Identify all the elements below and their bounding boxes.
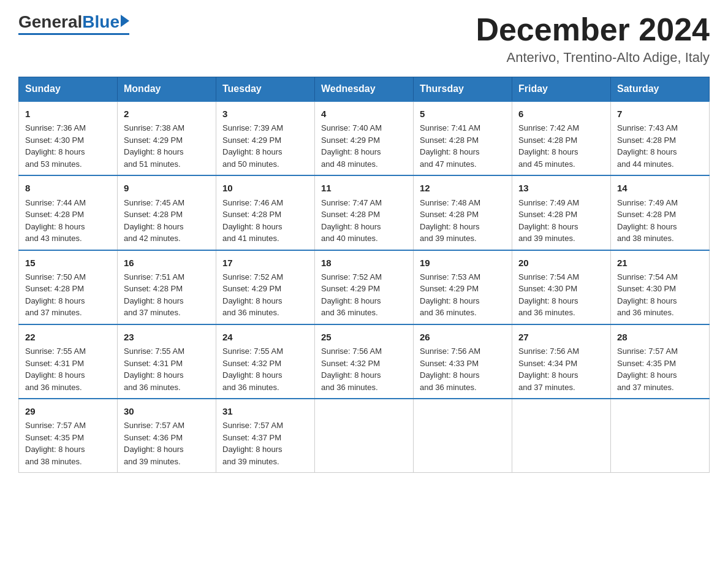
- calendar-day-cell: [611, 399, 710, 473]
- day-number: 24: [222, 330, 308, 344]
- calendar-day-cell: 7Sunrise: 7:43 AMSunset: 4:28 PMDaylight…: [611, 101, 710, 175]
- day-info: Sunrise: 7:42 AMSunset: 4:28 PMDaylight:…: [518, 122, 604, 170]
- calendar-day-cell: 8Sunrise: 7:44 AMSunset: 4:28 PMDaylight…: [19, 175, 118, 250]
- day-number: 16: [124, 256, 210, 270]
- day-number: 8: [25, 181, 111, 195]
- calendar-day-cell: 3Sunrise: 7:39 AMSunset: 4:29 PMDaylight…: [216, 101, 315, 175]
- calendar-day-cell: 6Sunrise: 7:42 AMSunset: 4:28 PMDaylight…: [512, 101, 611, 175]
- day-info: Sunrise: 7:50 AMSunset: 4:28 PMDaylight:…: [25, 271, 111, 319]
- calendar-day-cell: 31Sunrise: 7:57 AMSunset: 4:37 PMDayligh…: [216, 399, 315, 473]
- day-info: Sunrise: 7:38 AMSunset: 4:29 PMDaylight:…: [124, 122, 210, 170]
- calendar-week-row: 29Sunrise: 7:57 AMSunset: 4:35 PMDayligh…: [19, 399, 710, 473]
- calendar-week-row: 15Sunrise: 7:50 AMSunset: 4:28 PMDayligh…: [19, 250, 710, 324]
- day-number: 17: [222, 256, 308, 270]
- day-info: Sunrise: 7:40 AMSunset: 4:29 PMDaylight:…: [321, 122, 407, 170]
- calendar-week-row: 22Sunrise: 7:55 AMSunset: 4:31 PMDayligh…: [19, 324, 710, 399]
- calendar-day-cell: 20Sunrise: 7:54 AMSunset: 4:30 PMDayligh…: [512, 250, 611, 324]
- day-info: Sunrise: 7:43 AMSunset: 4:28 PMDaylight:…: [617, 122, 703, 170]
- day-number: 10: [222, 181, 308, 195]
- logo: General Blue: [18, 12, 129, 35]
- calendar-day-cell: 15Sunrise: 7:50 AMSunset: 4:28 PMDayligh…: [19, 250, 118, 324]
- day-number: 31: [222, 404, 308, 418]
- day-info: Sunrise: 7:49 AMSunset: 4:28 PMDaylight:…: [617, 197, 703, 245]
- day-number: 29: [25, 404, 111, 418]
- day-info: Sunrise: 7:47 AMSunset: 4:28 PMDaylight:…: [321, 197, 407, 245]
- day-info: Sunrise: 7:53 AMSunset: 4:29 PMDaylight:…: [420, 271, 506, 319]
- day-number: 6: [518, 107, 604, 121]
- day-number: 30: [124, 404, 210, 418]
- col-thursday: Thursday: [414, 77, 512, 102]
- day-number: 19: [420, 256, 506, 270]
- day-number: 7: [617, 107, 703, 121]
- logo-triangle-icon: [121, 15, 129, 27]
- logo-blue-text: Blue: [82, 12, 119, 32]
- day-info: Sunrise: 7:41 AMSunset: 4:28 PMDaylight:…: [420, 122, 506, 170]
- day-info: Sunrise: 7:54 AMSunset: 4:30 PMDaylight:…: [518, 271, 604, 319]
- day-info: Sunrise: 7:52 AMSunset: 4:29 PMDaylight:…: [222, 271, 308, 319]
- calendar-week-row: 8Sunrise: 7:44 AMSunset: 4:28 PMDaylight…: [19, 175, 710, 250]
- calendar-day-cell: 19Sunrise: 7:53 AMSunset: 4:29 PMDayligh…: [414, 250, 512, 324]
- day-info: Sunrise: 7:44 AMSunset: 4:28 PMDaylight:…: [25, 197, 111, 245]
- day-info: Sunrise: 7:55 AMSunset: 4:31 PMDaylight:…: [124, 345, 210, 393]
- day-info: Sunrise: 7:39 AMSunset: 4:29 PMDaylight:…: [222, 122, 308, 170]
- col-wednesday: Wednesday: [315, 77, 414, 102]
- day-info: Sunrise: 7:56 AMSunset: 4:32 PMDaylight:…: [321, 345, 407, 393]
- logo-underline: [18, 33, 129, 35]
- day-number: 21: [617, 256, 703, 270]
- calendar-day-cell: 24Sunrise: 7:55 AMSunset: 4:32 PMDayligh…: [216, 324, 315, 399]
- calendar-day-cell: 12Sunrise: 7:48 AMSunset: 4:28 PMDayligh…: [414, 175, 512, 250]
- calendar-day-cell: 27Sunrise: 7:56 AMSunset: 4:34 PMDayligh…: [512, 324, 611, 399]
- calendar-day-cell: 26Sunrise: 7:56 AMSunset: 4:33 PMDayligh…: [414, 324, 512, 399]
- col-monday: Monday: [118, 77, 216, 102]
- day-info: Sunrise: 7:49 AMSunset: 4:28 PMDaylight:…: [518, 197, 604, 245]
- day-number: 14: [617, 181, 703, 195]
- calendar-day-cell: 5Sunrise: 7:41 AMSunset: 4:28 PMDaylight…: [414, 101, 512, 175]
- day-info: Sunrise: 7:57 AMSunset: 4:36 PMDaylight:…: [124, 419, 210, 467]
- day-number: 2: [124, 107, 210, 121]
- calendar-day-cell: 11Sunrise: 7:47 AMSunset: 4:28 PMDayligh…: [315, 175, 414, 250]
- calendar-day-cell: [414, 399, 512, 473]
- calendar-day-cell: 18Sunrise: 7:52 AMSunset: 4:29 PMDayligh…: [315, 250, 414, 324]
- day-number: 5: [420, 107, 506, 121]
- day-number: 20: [518, 256, 604, 270]
- day-number: 12: [420, 181, 506, 195]
- day-info: Sunrise: 7:51 AMSunset: 4:28 PMDaylight:…: [124, 271, 210, 319]
- calendar-week-row: 1Sunrise: 7:36 AMSunset: 4:30 PMDaylight…: [19, 101, 710, 175]
- day-number: 11: [321, 181, 407, 195]
- calendar-day-cell: 16Sunrise: 7:51 AMSunset: 4:28 PMDayligh…: [118, 250, 216, 324]
- day-number: 18: [321, 256, 407, 270]
- day-number: 28: [617, 330, 703, 344]
- calendar-day-cell: 1Sunrise: 7:36 AMSunset: 4:30 PMDaylight…: [19, 101, 118, 175]
- calendar-day-cell: 17Sunrise: 7:52 AMSunset: 4:29 PMDayligh…: [216, 250, 315, 324]
- day-number: 3: [222, 107, 308, 121]
- calendar-day-cell: 4Sunrise: 7:40 AMSunset: 4:29 PMDaylight…: [315, 101, 414, 175]
- calendar-day-cell: 25Sunrise: 7:56 AMSunset: 4:32 PMDayligh…: [315, 324, 414, 399]
- day-number: 25: [321, 330, 407, 344]
- day-info: Sunrise: 7:46 AMSunset: 4:28 PMDaylight:…: [222, 197, 308, 245]
- calendar-day-cell: [315, 399, 414, 473]
- calendar-day-cell: 28Sunrise: 7:57 AMSunset: 4:35 PMDayligh…: [611, 324, 710, 399]
- day-info: Sunrise: 7:57 AMSunset: 4:37 PMDaylight:…: [222, 419, 308, 467]
- day-number: 4: [321, 107, 407, 121]
- day-info: Sunrise: 7:56 AMSunset: 4:34 PMDaylight:…: [518, 345, 604, 393]
- day-info: Sunrise: 7:57 AMSunset: 4:35 PMDaylight:…: [617, 345, 703, 393]
- day-number: 15: [25, 256, 111, 270]
- calendar-day-cell: 30Sunrise: 7:57 AMSunset: 4:36 PMDayligh…: [118, 399, 216, 473]
- calendar-day-cell: 2Sunrise: 7:38 AMSunset: 4:29 PMDaylight…: [118, 101, 216, 175]
- col-saturday: Saturday: [611, 77, 710, 102]
- calendar-table: Sunday Monday Tuesday Wednesday Thursday…: [18, 77, 710, 473]
- col-friday: Friday: [512, 77, 611, 102]
- day-info: Sunrise: 7:52 AMSunset: 4:29 PMDaylight:…: [321, 271, 407, 319]
- calendar-day-cell: 9Sunrise: 7:45 AMSunset: 4:28 PMDaylight…: [118, 175, 216, 250]
- day-number: 27: [518, 330, 604, 344]
- calendar-day-cell: 23Sunrise: 7:55 AMSunset: 4:31 PMDayligh…: [118, 324, 216, 399]
- calendar-day-cell: 13Sunrise: 7:49 AMSunset: 4:28 PMDayligh…: [512, 175, 611, 250]
- calendar-day-cell: 14Sunrise: 7:49 AMSunset: 4:28 PMDayligh…: [611, 175, 710, 250]
- location-subtitle: Anterivo, Trentino-Alto Adige, Italy: [476, 50, 710, 66]
- month-title: December 2024: [476, 12, 710, 47]
- day-info: Sunrise: 7:55 AMSunset: 4:32 PMDaylight:…: [222, 345, 308, 393]
- day-info: Sunrise: 7:57 AMSunset: 4:35 PMDaylight:…: [25, 419, 111, 467]
- calendar-day-cell: [512, 399, 611, 473]
- col-sunday: Sunday: [19, 77, 118, 102]
- day-number: 9: [124, 181, 210, 195]
